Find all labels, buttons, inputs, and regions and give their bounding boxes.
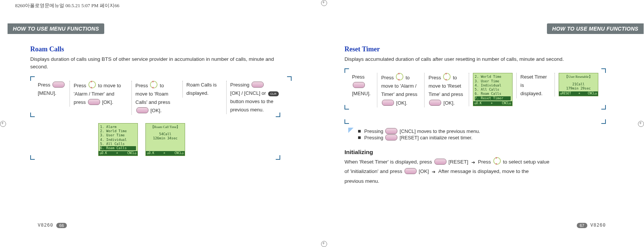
step-6-screen: 【User Resetable】 21Call 179min 29sec ◎RE… xyxy=(554,73,602,96)
bar-left: ◎RESET xyxy=(560,92,571,96)
step-text: [MENU]. xyxy=(38,90,56,96)
spread: HOW TO USE MENU FUNCTIONS Roam Calls Dis… xyxy=(0,0,644,247)
init-text: previous menu. xyxy=(344,178,379,184)
step-text: previous menu. xyxy=(230,107,264,113)
menu-line: 2. World Time xyxy=(475,75,511,79)
step-text: button moves to the xyxy=(230,99,273,104)
subtitle-roam-calls: Roam Calls xyxy=(30,45,292,53)
note-text: [RESET] can initialize reset timer. xyxy=(400,135,473,140)
softkey-icon xyxy=(88,99,100,105)
nav-key-icon xyxy=(396,73,403,80)
bar-left: ◎O.K xyxy=(147,151,154,155)
step-3: Press to move to 'Reset Time' and press … xyxy=(424,73,468,107)
softkey-icon xyxy=(434,159,446,165)
menu-line: 6. Roam Calls xyxy=(475,92,511,96)
step-text: [OK]. xyxy=(396,100,408,106)
screen-softkey-bar: ◎RESET ☀ CNCL◎ xyxy=(559,91,598,96)
step-5: Pressing [OK] / [CNCL] or CLR button mov… xyxy=(226,81,288,114)
screen-softkey-bar: ◎O.K ☀ CNCL◎ xyxy=(146,151,185,156)
softkey-icon xyxy=(353,82,365,88)
step-text: displayed. xyxy=(520,91,543,96)
note-text: [CNCL] moves to the previous menu. xyxy=(400,128,480,134)
step-text: press xyxy=(74,99,86,105)
nav-key-icon xyxy=(150,81,158,88)
step-text: Press xyxy=(38,82,50,88)
step-4: Roam Calls is displayed. xyxy=(182,81,226,97)
softkey-icon xyxy=(53,82,65,88)
page-number: 67 xyxy=(577,223,587,228)
note-text: Pressing xyxy=(364,135,383,140)
model-code: V8260 xyxy=(590,223,606,228)
result-line: 179min 29sec xyxy=(561,86,596,91)
bar-right: CNCL◎ xyxy=(175,151,184,155)
arrow-right-icon: ➔ xyxy=(471,158,475,167)
softkey-icon xyxy=(385,134,397,140)
menu-line: 4. Individual xyxy=(475,83,511,88)
step-text: move to 'Alarm / xyxy=(381,83,417,89)
step-text: to xyxy=(406,75,410,80)
notes-block: Pressing [CNCL] moves to the previous me… xyxy=(344,126,606,142)
menu-line-selected: 7. Reset Timer xyxy=(475,96,511,100)
result-line: 126min 34sec xyxy=(147,136,183,140)
step-text: [OK]. xyxy=(102,99,113,105)
screen-title: 【Roam Call Time】 xyxy=(147,125,183,129)
step-text: Press xyxy=(136,83,148,88)
step-text: [OK]. xyxy=(443,100,455,106)
phone-screen-result: 【User Resetable】 21Call 179min 29sec ◎RE… xyxy=(559,73,598,96)
init-text: After message is displayed, move to the xyxy=(438,168,528,174)
init-text: When 'Reset Timer' is displayed, press xyxy=(344,159,432,165)
initializing-paragraph: When 'Reset Timer' is displayed, press [… xyxy=(344,157,606,186)
model-code: V8260 xyxy=(38,223,53,228)
nav-key-icon xyxy=(443,73,451,80)
menu-line: 3. User Time xyxy=(100,133,136,137)
step-1: Press [MENU]. xyxy=(34,81,69,97)
step-text: [MENU]. xyxy=(352,91,371,96)
desc-roam-calls: Displays duration of calls using BTS of … xyxy=(30,56,292,71)
step-5: Reset Timer is displayed. xyxy=(516,73,554,98)
step-text: Roam Calls is xyxy=(187,82,217,88)
phone-screen-menu: 1. Alarm 2. World Time 3. User Time 4. I… xyxy=(98,123,138,156)
menu-line: 5. All Calls xyxy=(475,88,511,92)
clr-key-icon: CLR xyxy=(268,91,279,96)
page-footer: V8260 66 xyxy=(38,223,67,228)
step-text: Time' and press xyxy=(428,91,463,97)
page-right: HOW TO USE MENU FUNCTIONS Reset Timer Di… xyxy=(322,0,644,247)
menu-line: 1. Alarm xyxy=(100,125,136,129)
note-text: Pressing xyxy=(364,128,383,134)
init-text: of 'initialization' and press xyxy=(344,168,402,174)
page-number: 66 xyxy=(56,223,67,228)
page-left: HOW TO USE MENU FUNCTIONS Roam Calls Dis… xyxy=(0,0,322,247)
bar-right: CNCL◎ xyxy=(127,151,136,155)
softkey-icon xyxy=(429,100,441,106)
bar-left: ◎O.K xyxy=(474,102,482,105)
menu-line: 5. All Calls xyxy=(100,142,136,146)
softkey-icon xyxy=(252,82,264,88)
screen-title: 【User Resetable】 xyxy=(561,75,596,79)
screen-softkey-bar: ◎O.K ☀ CNCL◎ xyxy=(99,151,137,156)
bullet-icon xyxy=(358,136,361,139)
result-line: 21Call xyxy=(561,82,596,86)
step-text: to xyxy=(160,83,164,88)
step-text: [OK] / [CNCL] or xyxy=(230,90,266,96)
step-text: to move to xyxy=(98,83,121,88)
desc-reset-timer: Displays accumulated duration of calls a… xyxy=(344,56,606,63)
initializing-heading: Initializing xyxy=(344,149,606,156)
init-text: Press xyxy=(478,159,491,165)
init-text: to select setup value xyxy=(503,159,549,165)
step-text: Press xyxy=(74,83,86,88)
step-text: Press xyxy=(352,74,364,80)
step-text: 'Alarm / Timer' and xyxy=(74,91,114,97)
result-line: 54Call xyxy=(147,132,183,136)
step-text: Reset Timer is xyxy=(520,74,547,88)
nav-key-icon xyxy=(88,81,96,88)
bar-right: CNCL◎ xyxy=(588,92,597,96)
step-text: Press xyxy=(381,75,394,80)
step-text: Pressing xyxy=(230,82,250,88)
phone-screen-result: 【Roam Call Time】 54Call 126min 34sec ◎O.… xyxy=(145,123,185,156)
bar-right: CNCL◎ xyxy=(502,102,511,105)
step-text: to xyxy=(453,75,457,80)
section-tab: HOW TO USE MENU FUNCTIONS xyxy=(8,23,104,34)
nav-key-icon xyxy=(493,157,501,165)
bracket-strip xyxy=(344,110,606,124)
step-text: Timer' and press xyxy=(381,91,417,97)
